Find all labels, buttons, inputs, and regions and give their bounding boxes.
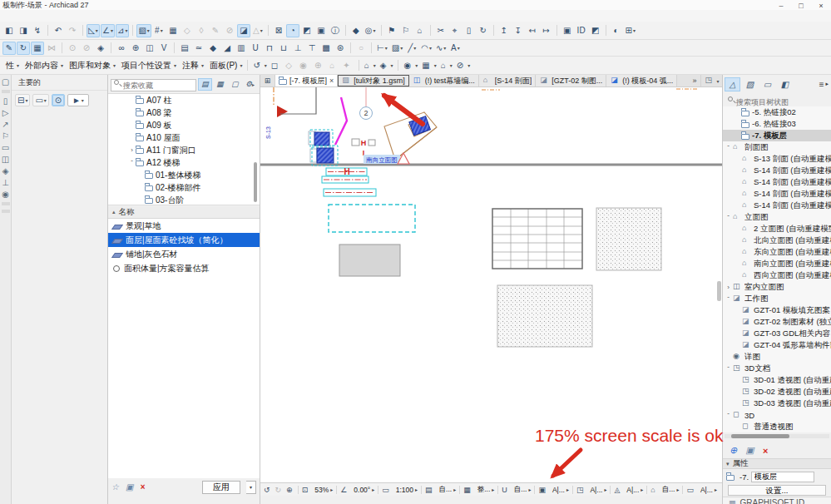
shell-tool-icon[interactable]: U [249,42,262,55]
favorites-tree-item[interactable]: › A11 门窗洞口 [108,144,260,156]
delete-viewpoint-button[interactable]: × [763,446,768,456]
project-tree-item[interactable]: ˇ 立面图 [723,211,831,223]
favorites-settings-button[interactable]: ⚙ [243,78,257,91]
grid-snap-icon[interactable]: # [152,24,166,37]
expand-arrow-icon[interactable]: ˇ [128,159,136,166]
tool-icon[interactable] [2,90,10,93]
clone-folder-button[interactable]: ▣ [745,445,754,456]
dimension-tool-icon[interactable]: ⊢ [375,42,389,55]
project-tree-item[interactable]: GZT-02 制图素材 (独立 [723,316,831,328]
quick-option[interactable] [459,486,460,494]
quick-layers-icon[interactable]: ◐ [610,24,623,37]
stories-dropdown[interactable]: 自... [659,485,681,495]
project-info-icon[interactable]: ⌂ [439,59,454,72]
magic-wand-icon[interactable]: ◊ [195,24,208,37]
hotlink-manager-icon[interactable]: ◈ [378,59,395,72]
renovation-filter-icon[interactable]: ◳ [575,486,587,494]
model-view-dropdown[interactable]: 整... [474,485,497,495]
favorite-item[interactable]: 景观|草地 [108,219,260,233]
favorites-tree-item[interactable]: A09 板 [108,119,260,131]
document-tab[interactable]: [S-14 剖面] × [479,75,537,86]
wall-tool-icon[interactable]: ▤ [178,42,191,55]
project-tree-item[interactable]: S-14 剖面 (自动重建模型 [723,165,831,176]
menu-item[interactable] [105,10,116,22]
issue-add-icon[interactable]: ⚐ [399,24,413,37]
pen-set-icon[interactable]: U [500,486,511,494]
drawing-canvas[interactable]: S-13 2 H I [260,87,722,482]
quick-option[interactable] [610,486,611,494]
project-tree-item[interactable]: 详图 [723,351,831,363]
open-3d-tab-button[interactable]: ▾ [700,75,722,86]
close-button[interactable]: × [811,0,831,12]
close-tab-icon[interactable]: × [329,77,334,85]
project-tree-item[interactable]: 北向立面图 (自动重建模 [723,235,831,246]
orbit-icon[interactable]: ↺ [251,59,268,72]
rotate-edit-icon[interactable]: ↻ [17,42,30,55]
project-tree-item[interactable]: GZT-03 GDL相关内容 ( [723,328,831,339]
polyline-edit-icon[interactable]: ↯ [31,24,44,37]
project-tree-item[interactable]: 普通透视图 [723,421,831,432]
panel-flyout-icon[interactable]: ▸ [825,81,829,87]
project-tree-item[interactable]: › 室内立面图 [723,281,831,293]
publisher-sets-icon[interactable]: ◉ [402,59,419,72]
organizer-icon[interactable]: ▦ [420,59,438,72]
quick-option[interactable] [421,486,422,494]
toolbar-menu-button[interactable] [398,60,398,71]
toolbar-icon[interactable] [493,25,494,36]
expand-arrow-icon[interactable]: ˇ [725,365,732,373]
quick-option[interactable] [646,486,647,494]
pen-set-dropdown[interactable]: 自... [511,485,533,495]
text-tool-icon[interactable]: A [448,42,462,55]
toolbar-menu-button[interactable] [247,60,248,71]
navigator-hscrollbar[interactable] [725,434,829,438]
favorites-tree-item[interactable]: 03-台阶 [108,194,260,205]
copy-right-icon[interactable]: ↦ [540,24,553,37]
drag-icon[interactable]: ◧ [2,24,16,37]
render-icon[interactable]: ✦ [341,59,354,72]
expand-arrow-icon[interactable]: › [725,284,732,291]
document-tab[interactable]: (!) 模板-04 弧... × [606,75,677,86]
favorite-item[interactable]: 面积体量|方案容量估算 [108,261,260,275]
layout-icon[interactable]: ▭ [685,486,697,494]
tool-icon[interactable] [2,202,10,205]
menu-item[interactable] [12,10,23,22]
zone-tool-icon[interactable]: ○ [354,42,368,55]
slab-tool-icon[interactable]: ▥ [235,42,248,55]
expand-arrow-icon[interactable]: ˇ [725,295,732,303]
expand-arrow-icon[interactable]: › [128,146,136,154]
fill-tool-icon[interactable]: ▨ [390,42,404,55]
element-info-icon[interactable]: ⓘ [329,24,342,37]
toolbar-icon[interactable] [268,25,269,36]
clipboard-icon[interactable]: ▯ [462,24,476,37]
tool-icon[interactable] [2,210,10,213]
large-icon-view-button[interactable]: ▢ [228,78,242,91]
id-icon[interactable]: ID [575,24,588,37]
column-tool-icon[interactable]: ◫ [1,155,11,164]
element-settings-menu[interactable]: 性 [2,59,21,72]
redo-icon[interactable]: ↷ [66,24,79,37]
arc-tool-icon[interactable]: ◠ [419,42,433,55]
project-tree-item[interactable]: S-14 剖面 (自动重建模型 [723,188,831,200]
quick-option[interactable] [378,486,378,494]
project-tree-item[interactable]: -6. 热链接03 [723,118,831,130]
roof-tool-icon[interactable]: ◈ [1,166,11,175]
project-tree-item[interactable]: 东向立面图 (自动重建模 [723,246,831,258]
menu-item[interactable] [70,10,82,22]
project-tree-item[interactable]: 西向立面图 (自动重建模 [723,269,831,281]
virtual-trace-icon[interactable]: ◩ [300,24,314,37]
apply-dropdown-icon[interactable]: ▾ [246,481,256,494]
array-icon[interactable]: ▦ [31,42,44,55]
beam-tool-icon[interactable]: ≃ [192,42,205,55]
menu-item[interactable] [128,10,140,22]
layers-icon[interactable]: ▤ [423,486,436,494]
menu-item[interactable] [0,10,12,22]
model-view-icon[interactable]: ▦ [462,486,474,494]
new-folder-button[interactable]: ▣ [126,482,133,492]
axonometry-icon[interactable]: ◇ [284,59,297,72]
favorite-item[interactable]: 面层|屋面素砼找坡（简化） [108,233,260,247]
project-tree-item[interactable]: GZT-01 模板填充图案 ( [723,304,831,316]
orientation-dropdown[interactable]: 0.00° [350,486,376,494]
renovation-dropdown[interactable]: A|... [586,486,608,494]
toolbar-icon[interactable] [606,25,606,36]
toolbar-icon[interactable] [82,25,83,36]
